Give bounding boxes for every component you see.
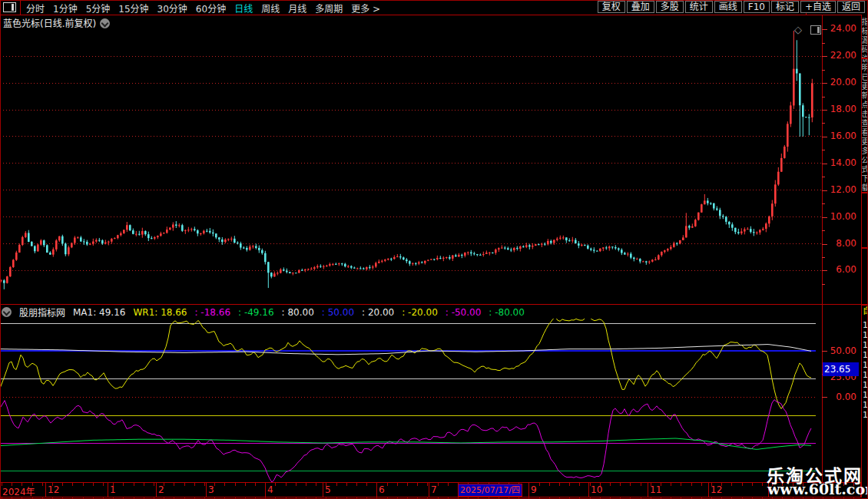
period-tab-3[interactable]: 15分钟 [118, 2, 148, 15]
toolbar-button-1[interactable]: 叠加 [627, 1, 654, 13]
toolbar-button-3[interactable]: 统计 [685, 1, 713, 13]
indicator-panel-chart[interactable] [0, 319, 822, 482]
time-minor-tick [103, 483, 104, 486]
side-panel-text: 指标源码说明已更新点击查看更多公式下载 [861, 18, 868, 193]
price-label-18.00: 18.00 [823, 104, 856, 114]
price-minor-tick [822, 257, 825, 258]
month-label-12: 12 [711, 484, 722, 495]
period-tab-2[interactable]: 5分钟 [86, 2, 111, 15]
indicator-value-10: : -80.00 [489, 307, 525, 318]
indicator-value-9: : -50.00 [446, 307, 482, 318]
time-minor-tick [174, 483, 174, 486]
side-panel-badge: 自 [863, 306, 868, 316]
month-boundary [648, 483, 648, 497]
price-minor-tick [822, 284, 825, 285]
price-tick [822, 29, 827, 30]
price-label-10.00: 10.00 [823, 211, 856, 222]
time-minor-tick [83, 483, 84, 486]
price-label-8.00: 8.00 [823, 238, 856, 249]
month-boundary [429, 483, 429, 497]
time-minor-tick [214, 483, 215, 486]
price-label-20.00: 20.00 [823, 77, 856, 88]
toolbar-button-5[interactable]: F10 [744, 1, 770, 13]
indicator-tick [822, 351, 827, 352]
time-minor-tick [255, 483, 256, 486]
time-minor-tick [235, 483, 236, 486]
period-tab-7[interactable]: 周线 [261, 2, 280, 15]
price-tick [822, 83, 827, 84]
time-minor-tick [387, 483, 388, 486]
month-label-12: 12 [48, 484, 59, 495]
period-tab-8[interactable]: 月线 [288, 2, 306, 15]
month-boundary [156, 483, 157, 497]
toolbar-buttons: 复权叠加多股统计画线F10标记+自选返回 [598, 1, 865, 13]
main-candlestick-chart[interactable] [0, 15, 822, 304]
time-minor-tick [286, 483, 287, 486]
time-minor-tick [275, 483, 276, 486]
time-minor-tick [184, 483, 185, 486]
toolbar-button-4[interactable]: 画线 [714, 1, 742, 13]
time-minor-tick [62, 483, 63, 486]
side-panel-strip: 指标源码说明已更新点击查看更多公式下载 自 1 1 1 1 1 1 1 1 1 … [861, 15, 868, 497]
time-minor-tick [641, 483, 641, 486]
time-minor-tick [681, 483, 681, 486]
price-label-22.00: 22.00 [823, 50, 856, 61]
time-minor-tick [630, 483, 631, 486]
month-label-10: 10 [591, 484, 602, 495]
time-minor-tick [224, 483, 225, 486]
time-minor-tick [144, 483, 144, 486]
price-minor-tick [822, 230, 825, 231]
indicator-tick [822, 397, 827, 398]
cursor-date-badge: 2025/07/17/四 [458, 484, 522, 497]
month-label-2024年: 2024年 [2, 484, 35, 497]
period-tab-9[interactable]: 多周期 [315, 2, 343, 15]
time-minor-tick [569, 483, 570, 486]
time-minor-tick [336, 483, 337, 486]
period-tab-0[interactable]: 分时 [26, 2, 45, 15]
time-minor-tick [306, 483, 306, 486]
month-boundary [108, 483, 108, 497]
price-label-16.00: 16.00 [823, 131, 856, 141]
price-tick [822, 110, 827, 111]
toolbar-button-7[interactable]: +自选 [800, 1, 836, 13]
price-label-24.00: 24.00 [823, 23, 856, 34]
indicator-value-4: : -49.16 [238, 307, 274, 318]
price-tick [822, 217, 827, 218]
month-boundary [528, 483, 529, 497]
toolbar-button-2[interactable]: 多股 [656, 1, 684, 13]
period-tab-1[interactable]: 1分钟 [53, 2, 78, 15]
time-minor-tick [731, 483, 732, 486]
price-tick [822, 190, 827, 191]
price-tick [822, 244, 827, 245]
indicator-value-8: : -20.00 [402, 307, 438, 318]
price-tick [822, 137, 827, 137]
time-minor-tick [356, 483, 357, 486]
time-axis[interactable]: 2024年1212345679101112 [0, 483, 861, 497]
price-tick [822, 164, 827, 164]
time-minor-tick [316, 483, 316, 486]
price-label-6.00: 6.00 [823, 264, 856, 275]
time-minor-tick [438, 483, 439, 486]
period-tab-6[interactable]: 日线 [234, 2, 253, 15]
period-tab-4[interactable]: 30分钟 [157, 2, 187, 15]
window-split-icon[interactable] [3, 2, 16, 12]
price-minor-tick [822, 150, 825, 150]
price-minor-tick [822, 177, 825, 177]
toolbar-button-0[interactable]: 复权 [598, 1, 625, 13]
month-label-11: 11 [650, 484, 661, 495]
price-minor-tick [822, 123, 825, 124]
time-minor-tick [762, 483, 763, 486]
indicator-collapse-icon[interactable] [2, 307, 12, 317]
indicator-name: 股朋指标网 [19, 306, 65, 319]
toolbar-button-8[interactable]: 返回 [837, 1, 865, 13]
period-tab-5[interactable]: 60分钟 [196, 2, 226, 15]
toolbar-button-6[interactable]: 标记 [771, 1, 799, 13]
period-tab-10[interactable]: 更多 > [351, 2, 380, 15]
month-label-3: 3 [208, 484, 214, 495]
time-minor-tick [579, 483, 580, 486]
month-boundary [323, 483, 323, 497]
time-minor-tick [539, 483, 540, 486]
price-label-12.00: 12.00 [823, 184, 856, 195]
time-minor-tick [366, 483, 367, 486]
watermark-url: www.60lt.com [767, 481, 868, 497]
